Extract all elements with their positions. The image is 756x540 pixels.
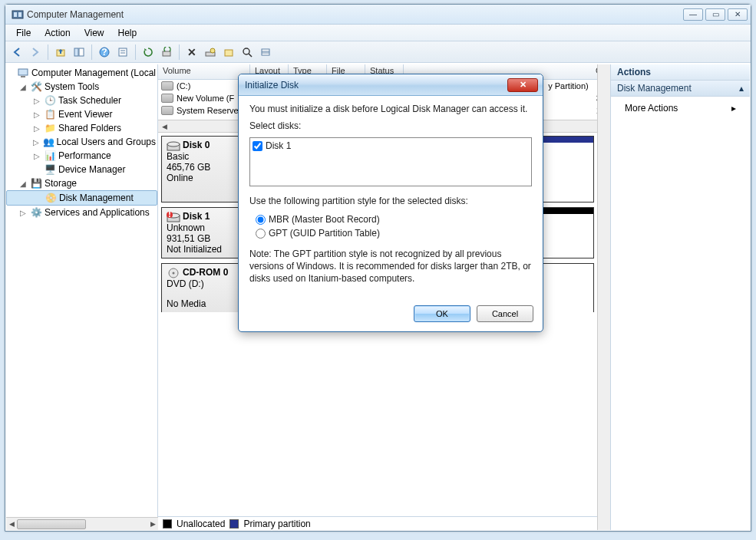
settings-button[interactable] [202, 44, 219, 61]
gpt-label: GPT (GUID Partition Table) [269, 228, 380, 239]
disk-title: Disk 0 [183, 140, 210, 150]
help-button[interactable]: ? [96, 44, 113, 61]
properties-button[interactable] [114, 44, 131, 61]
tree-label: System Tools [45, 81, 99, 92]
event-icon: 📋 [44, 108, 56, 120]
tree-local-users[interactable]: ▷👥Local Users and Groups [6, 135, 157, 149]
partition-style-label: Use the following partition style for th… [249, 196, 532, 206]
disk-icon: 📀 [45, 192, 57, 204]
graphical-vscrollbar[interactable] [597, 133, 610, 516]
initialize-disk-dialog: Initialize Disk ✕ You must initialize a … [238, 74, 543, 332]
storage-icon: 💾 [30, 177, 42, 189]
actions-more-actions[interactable]: More Actions ▸ [611, 100, 750, 117]
ok-button[interactable]: OK [414, 305, 470, 322]
tree-services-apps[interactable]: ▷⚙️Services and Applications [6, 206, 157, 219]
svg-point-13 [210, 48, 215, 53]
disk-header[interactable]: Disk 0 Basic 465,76 GB Online [162, 137, 239, 202]
refresh-button[interactable] [140, 44, 157, 61]
cdrom-icon [167, 268, 180, 278]
window-buttons: — ▭ ✕ [683, 8, 748, 21]
disk-type: Unknown [167, 222, 233, 233]
toolbar-separator [48, 44, 48, 60]
cancel-button[interactable]: Cancel [477, 305, 533, 322]
gpt-radio-row[interactable]: GPT (GUID Partition Table) [249, 226, 532, 240]
disk-type: DVD (D:) [167, 278, 234, 289]
actions-pane: Actions Disk Management ▴ More Actions ▸ [611, 64, 750, 530]
scroll-left-icon[interactable]: ◀ [158, 121, 170, 133]
scroll-right-icon[interactable]: ▶ [147, 519, 158, 530]
gpt-radio[interactable] [256, 229, 266, 239]
list-button[interactable] [257, 44, 274, 61]
collapse-icon: ▴ [739, 83, 744, 94]
disk-icon [167, 140, 180, 151]
disk-type: Basic [167, 151, 233, 162]
actions-more-label: More Actions [625, 103, 678, 114]
tree-label: Device Manager [58, 164, 125, 175]
tree-system-tools[interactable]: ◢🛠️System Tools [6, 80, 157, 94]
tools-icon: 🛠️ [30, 81, 42, 93]
mbr-radio[interactable] [256, 215, 266, 225]
nav-tree[interactable]: Computer Management (Local ◢🛠️System Too… [6, 64, 158, 530]
disk-header[interactable]: !Disk 1 Unknown 931,51 GB Not Initialize… [162, 208, 239, 258]
disk-checkbox-row[interactable]: Disk 1 [253, 140, 529, 151]
tree-disk-management[interactable]: 📀Disk Management [6, 190, 157, 206]
back-button[interactable] [8, 44, 25, 61]
up-button[interactable] [52, 44, 69, 61]
tree-label: Task Scheduler [58, 95, 121, 106]
svg-point-23 [167, 142, 180, 147]
tree-label: Services and Applications [45, 207, 150, 218]
titlebar[interactable]: Computer Management — ▭ ✕ [5, 5, 751, 25]
scroll-left-icon[interactable]: ◀ [6, 519, 17, 530]
find-button[interactable] [239, 44, 256, 61]
action-a-button[interactable] [220, 44, 237, 61]
tree-root-label: Computer Management (Local [31, 68, 156, 78]
disk1-label: Disk 1 [266, 140, 291, 151]
disk-size: 465,76 GB [167, 162, 233, 173]
tree-horizontal-scrollbar[interactable]: ◀ ▶ [6, 517, 158, 530]
toolbar-separator [135, 44, 136, 60]
actions-sub-label: Disk Management [617, 83, 692, 94]
dialog-close-button[interactable]: ✕ [507, 78, 538, 92]
maximize-button[interactable]: ▭ [705, 8, 725, 21]
tree-performance[interactable]: ▷📊Performance [6, 149, 157, 163]
menu-help[interactable]: Help [112, 26, 144, 40]
tree-label: Disk Management [59, 193, 134, 203]
volume-name: System Reserve [177, 106, 239, 115]
tree-root[interactable]: Computer Management (Local [6, 66, 157, 80]
mbr-radio-row[interactable]: MBR (Master Boot Record) [249, 212, 532, 226]
forward-button[interactable] [27, 44, 44, 61]
users-icon: 👥 [43, 136, 54, 148]
menu-view[interactable]: View [78, 26, 111, 40]
scrollbar-thumb[interactable] [17, 519, 86, 529]
close-button[interactable]: ✕ [728, 8, 748, 21]
disk-select-list[interactable]: Disk 1 [249, 137, 532, 186]
svg-rect-2 [18, 12, 21, 17]
show-hide-tree-button[interactable] [71, 44, 87, 61]
rescan-button[interactable] [158, 44, 175, 61]
disk-header[interactable]: CD-ROM 0 DVD (D:) No Media [162, 264, 239, 312]
volume-name: (C:) [177, 81, 190, 91]
tree-device-manager[interactable]: 🖥️Device Manager [6, 163, 157, 176]
tree-task-scheduler[interactable]: ▷🕒Task Scheduler [6, 94, 157, 107]
dialog-titlebar[interactable]: Initialize Disk ✕ [239, 74, 543, 96]
tree-shared-folders[interactable]: ▷📁Shared Folders [6, 121, 157, 135]
menubar: File Action View Help [5, 25, 751, 41]
tree-storage[interactable]: ◢💾Storage [6, 176, 157, 190]
minimize-button[interactable]: — [683, 8, 703, 21]
legend-unallocated-label: Unallocated [177, 519, 225, 529]
col-volume[interactable]: Volume [158, 64, 250, 79]
chevron-right-icon: ▸ [731, 103, 736, 114]
tree-event-viewer[interactable]: ▷📋Event Viewer [6, 107, 157, 121]
toolbar: ? ✕ [5, 41, 751, 63]
disk1-checkbox[interactable] [253, 141, 262, 151]
delete-button[interactable]: ✕ [183, 44, 200, 61]
drive-icon [161, 106, 173, 115]
svg-rect-20 [18, 69, 28, 75]
disk-warning-icon: ! [167, 212, 180, 222]
folder-share-icon: 📁 [44, 122, 56, 134]
dialog-title: Initialize Disk [243, 80, 507, 91]
actions-subheader[interactable]: Disk Management ▴ [611, 81, 750, 97]
menu-file[interactable]: File [10, 26, 37, 40]
dialog-select-label: Select disks: [249, 120, 532, 131]
menu-action[interactable]: Action [38, 26, 76, 40]
